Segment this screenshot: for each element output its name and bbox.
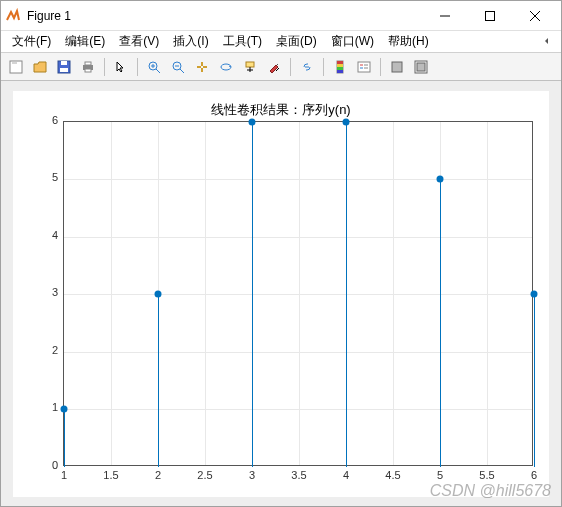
stem-marker xyxy=(155,291,162,298)
gridline-horizontal xyxy=(64,237,532,238)
minimize-button[interactable] xyxy=(422,2,467,30)
gridline-horizontal xyxy=(64,352,532,353)
menu-desktop[interactable]: 桌面(D) xyxy=(269,31,324,52)
menu-file[interactable]: 文件(F) xyxy=(5,31,58,52)
x-tick-label: 2.5 xyxy=(197,469,212,481)
svg-line-12 xyxy=(156,69,160,73)
stem-line xyxy=(346,122,347,467)
stem-marker xyxy=(249,118,256,125)
stem-marker xyxy=(61,406,68,413)
x-tick-label: 5 xyxy=(437,469,443,481)
toolbar-separator xyxy=(380,58,381,76)
stem-marker xyxy=(531,291,538,298)
toolbar-separator xyxy=(323,58,324,76)
new-figure-icon[interactable] xyxy=(5,56,27,78)
x-tick-label: 2 xyxy=(155,469,161,481)
window-title: Figure 1 xyxy=(27,9,422,23)
gridline-vertical xyxy=(111,122,112,465)
maximize-button[interactable] xyxy=(467,2,512,30)
titlebar: Figure 1 xyxy=(1,1,561,31)
zoom-in-icon[interactable] xyxy=(143,56,165,78)
menu-edit[interactable]: 编辑(E) xyxy=(58,31,112,52)
gridline-vertical xyxy=(487,122,488,465)
svg-rect-27 xyxy=(337,70,343,73)
svg-rect-19 xyxy=(246,62,254,67)
data-cursor-icon[interactable] xyxy=(239,56,261,78)
svg-line-16 xyxy=(180,69,184,73)
stem-marker xyxy=(343,118,350,125)
legend-icon[interactable] xyxy=(353,56,375,78)
show-plot-tools-icon[interactable] xyxy=(410,56,432,78)
svg-rect-9 xyxy=(85,62,91,65)
stem-line xyxy=(64,409,65,467)
window-controls xyxy=(422,2,557,30)
gridline-horizontal xyxy=(64,409,532,410)
axes[interactable]: 11.522.533.544.555.560123456 xyxy=(63,121,533,466)
stem-line xyxy=(252,122,253,467)
x-tick-label: 4 xyxy=(343,469,349,481)
figure-window: Figure 1 文件(F) 编辑(E) 查看(V) 插入(I) 工具(T) 桌… xyxy=(0,0,562,507)
x-tick-label: 4.5 xyxy=(385,469,400,481)
svg-rect-26 xyxy=(337,67,343,70)
open-file-icon[interactable] xyxy=(29,56,51,78)
x-tick-label: 6 xyxy=(531,469,537,481)
svg-rect-28 xyxy=(358,62,370,72)
stem-line xyxy=(158,294,159,467)
y-tick-label: 3 xyxy=(52,286,58,298)
toolbar-separator xyxy=(137,58,138,76)
y-tick-label: 4 xyxy=(52,229,58,241)
plot-area: 线性卷积结果：序列y(n) 11.522.533.544.555.5601234… xyxy=(1,81,561,506)
zoom-out-icon[interactable] xyxy=(167,56,189,78)
x-tick-label: 1.5 xyxy=(103,469,118,481)
menubar: 文件(F) 编辑(E) 查看(V) 插入(I) 工具(T) 桌面(D) 窗口(W… xyxy=(1,31,561,53)
y-tick-label: 2 xyxy=(52,344,58,356)
y-tick-label: 5 xyxy=(52,171,58,183)
stem-marker xyxy=(437,176,444,183)
stem-line xyxy=(534,294,535,467)
pan-icon[interactable] xyxy=(191,56,213,78)
hide-plot-tools-icon[interactable] xyxy=(386,56,408,78)
svg-rect-35 xyxy=(417,63,425,71)
stem-line xyxy=(440,179,441,467)
menu-tools[interactable]: 工具(T) xyxy=(216,31,269,52)
gridline-vertical xyxy=(393,122,394,465)
svg-rect-1 xyxy=(485,11,494,20)
colorbar-icon[interactable] xyxy=(329,56,351,78)
toolbar xyxy=(1,53,561,81)
toolbar-separator xyxy=(290,58,291,76)
link-icon[interactable] xyxy=(296,56,318,78)
pointer-icon[interactable] xyxy=(110,56,132,78)
matlab-logo-icon xyxy=(5,8,21,24)
svg-rect-25 xyxy=(337,64,343,67)
y-tick-label: 0 xyxy=(52,459,58,471)
y-tick-label: 1 xyxy=(52,401,58,413)
save-icon[interactable] xyxy=(53,56,75,78)
x-tick-label: 3.5 xyxy=(291,469,306,481)
svg-rect-10 xyxy=(85,69,91,72)
print-icon[interactable] xyxy=(77,56,99,78)
svg-rect-6 xyxy=(60,68,68,72)
menu-window[interactable]: 窗口(W) xyxy=(324,31,381,52)
menu-insert[interactable]: 插入(I) xyxy=(166,31,215,52)
x-tick-label: 3 xyxy=(249,469,255,481)
close-button[interactable] xyxy=(512,2,557,30)
menu-help[interactable]: 帮助(H) xyxy=(381,31,436,52)
plot-container: 线性卷积结果：序列y(n) 11.522.533.544.555.5601234… xyxy=(13,91,549,497)
chart-title: 线性卷积结果：序列y(n) xyxy=(13,101,549,119)
gridline-horizontal xyxy=(64,294,532,295)
gridline-vertical xyxy=(299,122,300,465)
brush-icon[interactable] xyxy=(263,56,285,78)
svg-rect-24 xyxy=(337,61,343,64)
y-tick-label: 6 xyxy=(52,114,58,126)
gridline-horizontal xyxy=(64,179,532,180)
gridline-vertical xyxy=(205,122,206,465)
menu-view[interactable]: 查看(V) xyxy=(112,31,166,52)
rotate-3d-icon[interactable] xyxy=(215,56,237,78)
svg-rect-33 xyxy=(392,62,402,72)
svg-rect-7 xyxy=(61,61,67,65)
x-tick-label: 1 xyxy=(61,469,67,481)
menubar-overflow-icon[interactable] xyxy=(539,35,557,49)
x-tick-label: 5.5 xyxy=(479,469,494,481)
toolbar-separator xyxy=(104,58,105,76)
